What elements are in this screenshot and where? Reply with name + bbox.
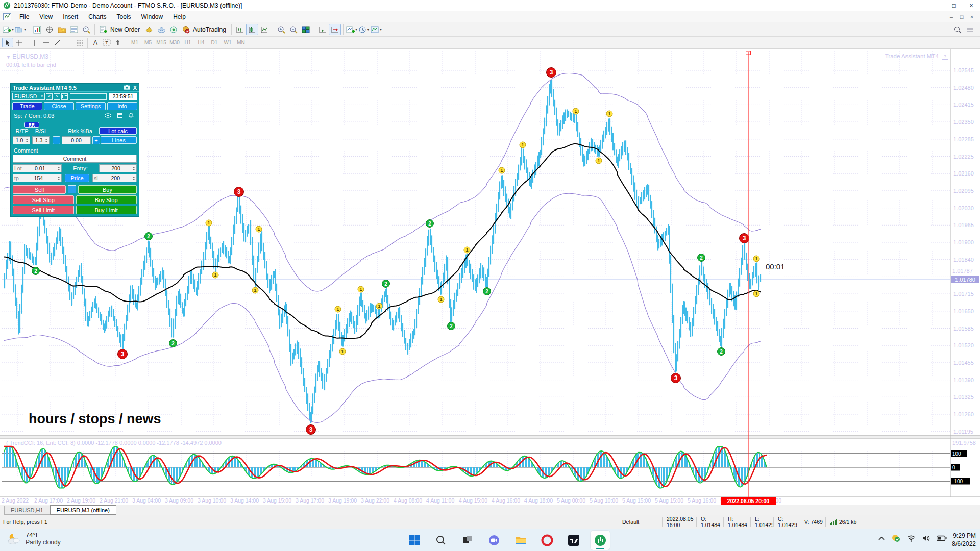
profile-cell[interactable]: Default xyxy=(618,517,662,527)
zoom-out-button[interactable] xyxy=(287,24,300,35)
tray-expand-icon[interactable] xyxy=(878,536,885,543)
child-restore-button[interactable]: □ xyxy=(957,14,967,20)
channel-tool-button[interactable] xyxy=(63,38,74,47)
profiles-button[interactable]: ▾ xyxy=(14,24,27,35)
minimize-button[interactable]: – xyxy=(928,0,945,11)
autotrading-label[interactable]: AutoTrading xyxy=(193,26,226,33)
tp-input[interactable]: tp154 xyxy=(13,174,62,182)
panel-titlebar[interactable]: Trade Assistant MT4 9.5 X xyxy=(11,84,139,92)
tab-eurusd-m3-offline[interactable]: EURUSD,M3 (offline) xyxy=(50,505,116,515)
tab-trade[interactable]: Trade xyxy=(12,102,42,110)
indicators-button[interactable]: ▾ xyxy=(346,24,358,35)
candlestick-chart-button[interactable] xyxy=(246,24,258,35)
tray-mt4-icon[interactable] xyxy=(891,534,900,544)
timeframe-m5[interactable]: M5 xyxy=(141,38,155,47)
sell-stop-button[interactable]: Sell Stop xyxy=(13,195,74,204)
buy-stop-button[interactable]: Buy Stop xyxy=(76,195,137,204)
metaeditor-button[interactable] xyxy=(143,24,155,35)
prev-symbol-button[interactable]: < xyxy=(46,93,53,100)
data-window-button[interactable] xyxy=(43,24,56,35)
buy-limit-button[interactable]: Buy Limit xyxy=(76,206,137,214)
zoom-in-button[interactable] xyxy=(275,24,287,35)
menu-view[interactable]: View xyxy=(34,11,58,22)
folder-icon[interactable] xyxy=(61,93,68,100)
wifi-icon[interactable] xyxy=(906,535,916,543)
rsl-input[interactable]: 1.3 xyxy=(32,136,50,144)
fibonacci-tool-button[interactable] xyxy=(74,38,85,47)
timeframe-m1[interactable]: M1 xyxy=(128,38,141,47)
lines-button[interactable]: Lines xyxy=(101,136,137,144)
strategy-tester-button[interactable] xyxy=(80,24,92,35)
navigator-button[interactable] xyxy=(56,24,68,35)
lot-input[interactable]: Lot0.01 xyxy=(13,164,62,172)
arrows-tool-button[interactable] xyxy=(112,38,124,47)
price-button[interactable]: Price xyxy=(65,174,89,182)
opera-icon[interactable] xyxy=(537,531,557,550)
menu-help[interactable]: Help xyxy=(168,11,191,22)
eye-icon[interactable] xyxy=(105,113,111,119)
risk-plus-button[interactable]: + xyxy=(92,136,100,144)
weather-widget[interactable]: 74°FPartly cloudy xyxy=(6,531,61,546)
timeframe-mn[interactable]: MN xyxy=(234,38,248,47)
market-watch-button[interactable] xyxy=(31,24,43,35)
timeframe-h1[interactable]: H1 xyxy=(181,38,194,47)
file-explorer-icon[interactable] xyxy=(511,531,530,550)
tab-close[interactable]: Close xyxy=(44,102,74,110)
close-button[interactable]: × xyxy=(963,0,980,11)
tab-info[interactable]: Info xyxy=(107,102,137,110)
crosshair-tool-button[interactable] xyxy=(13,38,24,47)
shift-chart-button[interactable] xyxy=(316,24,329,35)
confirm-checkbox[interactable] xyxy=(68,185,76,193)
menu-charts[interactable]: Charts xyxy=(83,11,111,22)
rtp-input[interactable]: 1.0 xyxy=(13,136,30,144)
risk-minus-button[interactable]: - xyxy=(53,136,60,144)
timeframe-m30[interactable]: M30 xyxy=(168,38,181,47)
panel-close-button[interactable]: X xyxy=(133,85,137,91)
horizontal-line-tool-button[interactable] xyxy=(40,38,52,47)
timeframe-m15[interactable]: M15 xyxy=(155,38,168,47)
sell-button[interactable]: Sell xyxy=(13,185,66,194)
camera-icon[interactable] xyxy=(124,85,130,91)
line-chart-button[interactable] xyxy=(258,24,271,35)
risk-input[interactable]: 0.00 xyxy=(62,136,91,144)
cursor-tool-button[interactable] xyxy=(2,38,13,47)
publish-chart-button[interactable] xyxy=(155,24,167,35)
text-label-tool-button[interactable]: T xyxy=(101,38,112,47)
chat-icon[interactable] xyxy=(484,531,504,550)
text-tool-button[interactable]: A xyxy=(90,38,101,47)
search-icon[interactable] xyxy=(951,24,964,35)
new-order-label[interactable]: New Order xyxy=(110,26,140,33)
tradingview-icon[interactable] xyxy=(564,531,583,550)
menu-tools[interactable]: Tools xyxy=(112,11,136,22)
symbol-select[interactable]: EURUSD▾ xyxy=(12,93,45,100)
maximize-button[interactable]: □ xyxy=(945,0,963,11)
search-taskbar-icon[interactable] xyxy=(431,531,451,550)
menu-window[interactable]: Window xyxy=(136,11,168,22)
tile-windows-button[interactable] xyxy=(300,24,312,35)
new-order-icon[interactable] xyxy=(97,24,109,35)
entry-input[interactable]: 200 xyxy=(99,164,137,172)
vertical-line-tool-button[interactable] xyxy=(29,38,40,47)
menu-file[interactable]: File xyxy=(14,11,34,22)
tab-eurusd-h1[interactable]: EURUSD,H1 xyxy=(4,506,50,515)
menu-insert[interactable]: Insert xyxy=(58,11,83,22)
timeframe-h4[interactable]: H4 xyxy=(194,38,208,47)
autotrading-icon[interactable] xyxy=(180,24,192,35)
battery-icon[interactable] xyxy=(937,535,947,543)
child-minimize-button[interactable]: – xyxy=(946,14,957,20)
terminal-button[interactable] xyxy=(68,24,80,35)
mt4-app-icon[interactable] xyxy=(591,531,610,550)
task-view-icon[interactable] xyxy=(458,531,477,550)
next-symbol-button[interactable]: > xyxy=(54,93,60,100)
start-button[interactable] xyxy=(405,531,424,550)
timeframe-w1[interactable]: W1 xyxy=(221,38,234,47)
calendar-icon[interactable] xyxy=(117,113,122,119)
templates-button[interactable]: ▾ xyxy=(370,24,382,35)
sell-limit-button[interactable]: Sell Limit xyxy=(13,206,74,214)
tab-settings[interactable]: Settings xyxy=(76,102,106,110)
sl-input[interactable]: sl200 xyxy=(92,174,137,182)
lot-calc-button[interactable]: Lot calc xyxy=(99,127,137,135)
comment-input[interactable]: Comment xyxy=(13,155,137,163)
volume-icon[interactable] xyxy=(922,535,930,543)
bar-chart-button[interactable] xyxy=(234,24,246,35)
